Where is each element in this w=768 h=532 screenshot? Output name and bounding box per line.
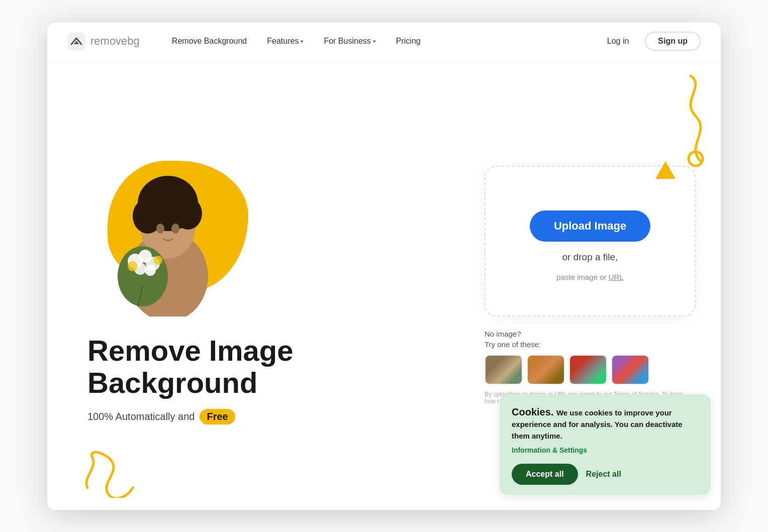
hero-image-container [82, 146, 263, 316]
nav-features[interactable]: Features ▾ [259, 33, 312, 50]
nav-remove-background[interactable]: Remove Background [164, 33, 255, 50]
hero-title: Remove Image Background [87, 335, 429, 399]
svg-point-16 [145, 265, 156, 276]
app-window: removebg Remove Background Features ▾ Fo… [47, 23, 721, 510]
right-panel: Upload Image or drop a file, paste image… [459, 61, 721, 510]
left-panel: Remove Image Background 100% Automatical… [47, 61, 459, 510]
sample-thumb-man[interactable] [485, 355, 523, 385]
nav-right: Log in Sign up [599, 32, 701, 51]
login-button[interactable]: Log in [599, 33, 637, 50]
cookie-title: Cookies. We use cookies to improve your … [512, 406, 699, 441]
sample-section: No image? Try one of these: By uploading… [485, 329, 696, 405]
svg-point-17 [128, 261, 138, 271]
svg-point-9 [156, 224, 164, 234]
nav-for-business[interactable]: For Business ▾ [316, 33, 383, 50]
logo[interactable]: removebg [67, 32, 140, 50]
upload-image-button[interactable]: Upload Image [530, 210, 650, 242]
hero-subtitle: 100% Automatically and Free [87, 409, 429, 424]
cookie-actions: Accept all Reject all [512, 464, 699, 485]
sample-thumb-car[interactable] [569, 355, 607, 385]
nav-links: Remove Background Features ▾ For Busines… [164, 33, 599, 50]
cookie-banner: Cookies. We use cookies to improve your … [500, 394, 711, 495]
sample-thumb-cat[interactable] [527, 355, 565, 385]
upload-card: Upload Image or drop a file, paste image… [485, 166, 696, 316]
nav-pricing[interactable]: Pricing [388, 33, 429, 50]
for-business-chevron-icon: ▾ [373, 38, 376, 45]
signup-button[interactable]: Sign up [645, 32, 701, 51]
no-image-text: No image? Try one of these: [485, 329, 696, 350]
squiggle-bottom-left-decoration [77, 448, 143, 500]
free-badge: Free [200, 409, 235, 424]
url-link[interactable]: URL [609, 273, 624, 281]
svg-point-18 [153, 256, 162, 265]
logo-text: removebg [90, 35, 140, 48]
drop-text: or drop a file, [562, 252, 618, 263]
features-chevron-icon: ▾ [301, 38, 304, 45]
accept-all-button[interactable]: Accept all [512, 464, 578, 485]
svg-point-10 [171, 224, 179, 234]
reject-all-button[interactable]: Reject all [586, 470, 621, 479]
sample-thumb-stuff[interactable] [611, 355, 649, 385]
logo-icon [67, 32, 85, 50]
svg-marker-21 [655, 161, 676, 179]
paste-url-text: paste image or URL [556, 273, 623, 281]
main-content: Remove Image Background 100% Automatical… [47, 61, 721, 510]
squiggle-top-right-decoration [640, 71, 711, 173]
sample-images-row [485, 355, 696, 385]
triangle-decoration [655, 161, 676, 181]
svg-point-8 [164, 182, 192, 208]
cookie-body: Information & Settings [512, 445, 699, 456]
navbar: removebg Remove Background Features ▾ Fo… [47, 23, 721, 61]
hero-person-image [92, 156, 243, 316]
cookie-info-link[interactable]: Information & Settings [512, 446, 587, 454]
